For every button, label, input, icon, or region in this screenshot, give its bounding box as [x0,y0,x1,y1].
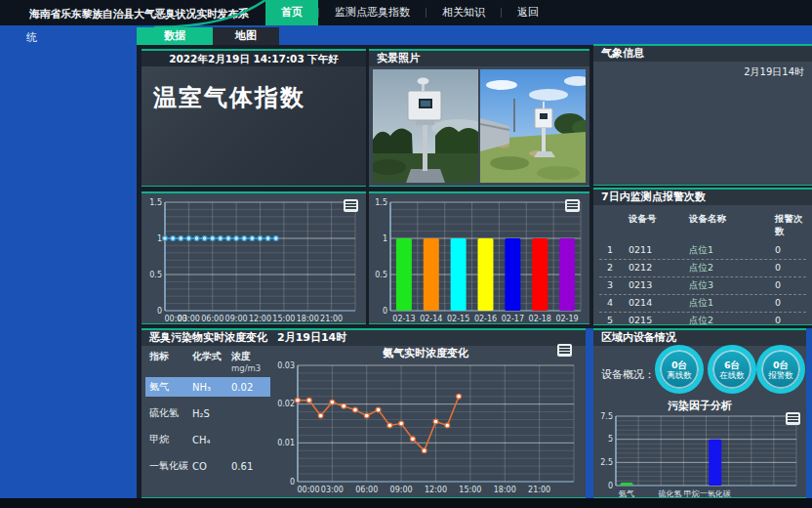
svg-text:0.5: 0.5 [149,271,162,279]
greenhouse-display-panel: 2022年2月19日 14:17:03 下午好 温室气体指数 [142,49,366,187]
concentration-value: 0.02 [231,382,270,393]
chemical-formula: CO [192,461,231,472]
odor-col-header-0: 指标 [149,350,192,363]
tab-0[interactable]: 数据 [137,27,213,45]
alarm-table-header: 设备号设备名称报警次数 [599,211,806,242]
alarm-week-chart: 00.511.502-1302-1402-1502-1602-1702-1802… [371,196,588,323]
photos-panel-title: 实景照片 [377,51,420,66]
svg-text:09:00: 09:00 [390,486,413,494]
alarm-col-header-2: 报警次数 [775,213,806,238]
row-index: 1 [607,244,629,257]
odor-col-header-2: 浓度 [231,350,270,363]
nav-item-3[interactable]: 返回 [502,0,554,25]
svg-text:02-17: 02-17 [502,315,524,323]
alarm-count: 0 [775,244,806,257]
odor-panel-title: 恶臭污染物实时浓度变化 [149,330,267,346]
pollutant-name: 硫化氢 [149,406,192,420]
svg-text:02-16: 02-16 [474,315,497,323]
device-name: 点位1 [689,244,775,257]
chart-toolbox-icon[interactable] [557,344,572,357]
svg-text:18:00: 18:00 [494,486,516,494]
site-photo-2 [480,69,586,183]
row-index: 3 [607,279,629,292]
greenhouse-display-screen: 温室气体指数 [142,66,366,186]
svg-text:一氧化碳: 一氧化碳 [700,489,731,498]
datetime-bar: 2022年2月19日 14:17:03 下午好 [142,51,366,66]
alarm-panel-title: 7日内监测点报警次数 [601,190,706,205]
device-id: 0213 [629,279,689,292]
nav-item-0[interactable]: 首页 [265,0,318,25]
odor-col-header-1: 化学式 [192,350,231,363]
chart-toolbox-icon[interactable] [565,199,580,212]
nav-item-2[interactable]: 相关知识 [426,0,501,25]
svg-text:02-19: 02-19 [555,315,578,323]
svg-text:7.5: 7.5 [600,412,613,421]
page-edge-strip [806,328,812,498]
row-index: 4 [607,297,629,310]
tab-1[interactable]: 地图 [213,27,279,45]
odor-panel-timestamp: 2月19日14时 [277,330,346,346]
site-photos-panel: 实景照片 [369,49,589,187]
weather-info-panel: 气象信息 2月19日14时 [593,44,812,186]
table-row: 40214点位10 [599,295,806,313]
device-stat-circle-1: 6台在线数 [708,345,756,394]
svg-text:03:00: 03:00 [321,486,344,494]
svg-text:02-13: 02-13 [392,315,415,323]
device-overview-label: 设备概况： [601,367,655,382]
pollutant-name: 氨气 [149,380,192,394]
svg-text:1.5: 1.5 [149,198,162,207]
stat-count: 0台 [773,360,789,370]
stat-count: 0台 [671,360,687,370]
pollutant-name: 甲烷 [149,433,192,446]
pollution-factor-chart: 02.557.5氨气硫化氢甲烷一氧化碳 [596,410,803,498]
svg-text:02-15: 02-15 [447,315,469,323]
svg-text:1: 1 [383,234,387,243]
chemical-formula: NH₃ [192,382,231,393]
odor-row: 一氧化碳CO0.61 [145,456,270,476]
table-row: 20212点位20 [599,260,806,277]
device-name: 点位3 [689,279,775,292]
device-name: 点位2 [689,315,775,327]
greenhouse-index-chart: 00.511.500:0003:0006:0009:0012:0015:0018… [145,196,362,323]
stat-count: 6台 [724,360,740,370]
svg-text:硫化氢: 硫化氢 [659,489,682,498]
concentration-value: 0.61 [231,461,270,472]
alarm-col-index [607,213,629,238]
device-status-panel: 区域内设备情况 设备概况： 0台离线数6台在线数0台报警数 污染因子分析 02.… [593,328,806,498]
stat-label: 离线数 [667,370,692,380]
alarm-table: 设备号设备名称报警次数10211点位1020212点位2030213点位3040… [593,205,812,348]
svg-text:06:00: 06:00 [201,315,223,323]
weather-panel-title: 气象信息 [601,46,644,62]
alarm-count: 0 [775,297,806,310]
nh3-realtime-chart: 00.010.020.0300:0003:0006:0009:0012:0015… [272,360,581,494]
odor-table: 指标化学式浓度mg/m3氨气NH₃0.02硫化氢H₂S甲烷CH₄一氧化碳CO0.… [145,350,270,483]
svg-text:0.03: 0.03 [277,361,295,370]
svg-text:1: 1 [157,234,162,243]
svg-text:0: 0 [157,307,162,316]
odor-row: 甲烷CH₄ [145,430,270,449]
main-nav: 首页监测点恶臭指数相关知识返回 [265,0,554,25]
svg-text:03:00: 03:00 [178,315,200,323]
greenhouse-display-title: 温室气体指数 [142,66,366,129]
app-title-wrap: 统 [26,30,37,45]
svg-text:2.5: 2.5 [600,458,613,467]
alarm-count-panel: 7日内监测点报警次数 设备号设备名称报警次数10211点位1020212点位20… [593,188,812,325]
alarm-col-header-0: 设备号 [629,213,689,238]
svg-text:02-14: 02-14 [420,315,442,323]
svg-text:02-18: 02-18 [529,315,551,323]
device-stat-circle-2: 0台报警数 [756,345,805,394]
svg-text:0.01: 0.01 [277,439,295,447]
alarm-count: 0 [775,279,806,292]
chart-toolbox-icon[interactable] [344,199,358,212]
svg-text:00:00: 00:00 [297,486,319,494]
nav-item-1[interactable]: 监测点恶臭指数 [319,0,426,25]
alarm-week-chart-panel: 00.511.502-1302-1402-1502-1602-1702-1802… [369,191,589,324]
chemical-formula: H₂S [192,408,231,419]
chart-toolbox-icon[interactable] [786,412,800,425]
nh3-chart-title: 氨气实时浓度变化 [270,346,581,360]
svg-text:21:00: 21:00 [528,486,550,494]
svg-text:15:00: 15:00 [459,486,481,494]
odor-row: 氨气NH₃0.02 [145,377,270,397]
stat-label: 在线数 [719,370,745,380]
svg-text:15:00: 15:00 [272,315,295,323]
